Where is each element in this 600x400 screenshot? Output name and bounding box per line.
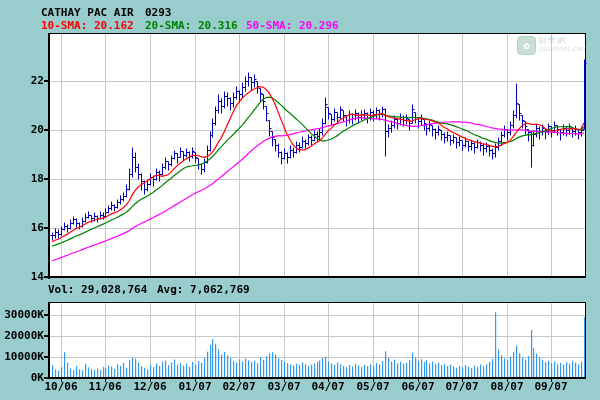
volume-tick-label: 30000K xyxy=(4,308,44,321)
watermark-domain: quamnet.com xyxy=(539,45,588,53)
date-tick-label: 07/07 xyxy=(440,380,484,393)
stock-name: CATHAY PAC AIR xyxy=(41,6,134,19)
price-tick-label: 16 xyxy=(4,221,44,234)
volume-value: Vol: 29,028,764 xyxy=(48,283,147,296)
price-tick-label: 14 xyxy=(4,270,44,283)
watermark-name: 財華網 xyxy=(539,36,588,45)
date-tick-label: 08/07 xyxy=(485,380,529,393)
date-tick-label: 05/07 xyxy=(351,380,395,393)
date-tick-label: 09/07 xyxy=(529,380,573,393)
date-tick-label: 03/07 xyxy=(262,380,306,393)
volume-tick-label: 10000K xyxy=(4,350,44,363)
date-tick-label: 10/06 xyxy=(39,380,83,393)
price-tick-label: 20 xyxy=(4,123,44,136)
date-tick-label: 01/07 xyxy=(173,380,217,393)
date-tick-label: 04/07 xyxy=(306,380,350,393)
price-tick-label: 18 xyxy=(4,172,44,185)
date-tick-label: 11/06 xyxy=(83,380,127,393)
average-volume-value: Avg: 7,062,769 xyxy=(157,283,250,296)
volume-tick-label: 20000K xyxy=(4,329,44,342)
chart-canvas xyxy=(0,0,600,400)
watermark-text: 財華網 quamnet.com xyxy=(539,36,588,53)
quamnet-logo-icon: ✿ xyxy=(517,36,536,55)
legend-item-sma20: 20-SMA: 20.316 xyxy=(145,19,238,32)
date-tick-label: 12/06 xyxy=(128,380,172,393)
watermark: ✿ 財華網 quamnet.com xyxy=(517,36,587,55)
date-tick-label: 06/07 xyxy=(396,380,440,393)
date-tick-label: 02/07 xyxy=(217,380,261,393)
stock-code: 0293 xyxy=(145,6,172,19)
stock-chart-screen: CATHAY PAC AIR 0293 10-SMA: 20.162 20-SM… xyxy=(0,0,600,400)
volume-tick-label: 0K xyxy=(4,371,44,384)
price-tick-label: 22 xyxy=(4,74,44,87)
legend-item-sma10: 10-SMA: 20.162 xyxy=(41,19,134,32)
legend-item-sma50: 50-SMA: 20.296 xyxy=(246,19,339,32)
